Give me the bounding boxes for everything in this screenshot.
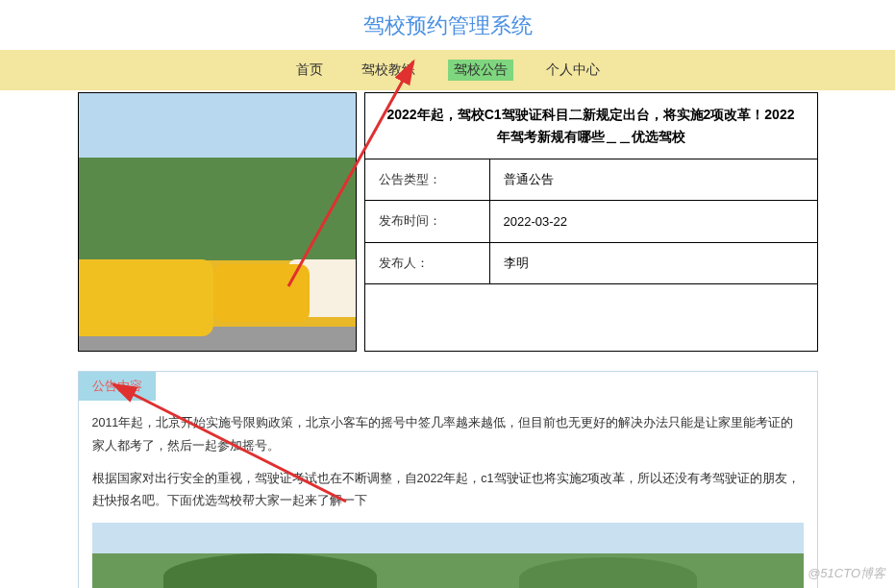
- table-row: 公告类型： 普通公告: [364, 159, 817, 200]
- content-body: 2011年起，北京开始实施号限购政策，北京小客车的摇号中签几率越来越低，但目前也…: [79, 401, 817, 513]
- value-publish-time: 2022-03-22: [489, 201, 817, 242]
- table-row: 发布时间： 2022-03-22: [364, 201, 817, 242]
- table-row: 发布人： 李明: [364, 242, 817, 283]
- value-publisher: 李明: [489, 242, 817, 283]
- notice-top-section: 2022年起，驾校C1驾驶证科目二新规定出台，将实施2项改革！2022年驾考新规…: [78, 92, 818, 352]
- notice-image: [78, 92, 357, 352]
- nav-profile[interactable]: 个人中心: [540, 60, 606, 81]
- content-paragraph: 2011年起，北京开始实施号限购政策，北京小客车的摇号中签几率越来越低，但目前也…: [92, 412, 804, 458]
- label-publisher: 发布人：: [364, 242, 489, 283]
- nav-home[interactable]: 首页: [290, 60, 329, 81]
- page-title: 驾校预约管理系统: [0, 12, 895, 40]
- notice-title: 2022年起，驾校C1驾驶证科目二新规定出台，将实施2项改革！2022年驾考新规…: [364, 93, 817, 159]
- content-paragraph: 根据国家对出行安全的重视，驾驶证考试也在不断调整，自2022年起，c1驾驶证也将…: [92, 468, 804, 514]
- value-type: 普通公告: [489, 159, 817, 200]
- notice-title-row: 2022年起，驾校C1驾驶证科目二新规定出台，将实施2项改革！2022年驾考新规…: [364, 93, 817, 159]
- navbar: 首页 驾校教练 驾校公告 个人中心: [0, 50, 895, 90]
- label-type: 公告类型：: [364, 159, 489, 200]
- content-tab[interactable]: 公告内容: [79, 372, 156, 401]
- label-publish-time: 发布时间：: [364, 201, 489, 242]
- watermark: @51CTO博客: [808, 565, 885, 582]
- nav-coach[interactable]: 驾校教练: [356, 60, 421, 81]
- nav-notice[interactable]: 驾校公告: [448, 60, 513, 81]
- main-container: 2022年起，驾校C1驾驶证科目二新规定出台，将实施2项改革！2022年驾考新规…: [78, 90, 818, 588]
- content-image: [92, 523, 804, 588]
- table-row-blank: [364, 284, 817, 352]
- notice-info-table: 2022年起，驾校C1驾驶证科目二新规定出台，将实施2项改革！2022年驾考新规…: [364, 92, 818, 352]
- page-header: 驾校预约管理系统: [0, 0, 895, 50]
- notice-content-box: 公告内容 2011年起，北京开始实施号限购政策，北京小客车的摇号中签几率越来越低…: [78, 371, 818, 588]
